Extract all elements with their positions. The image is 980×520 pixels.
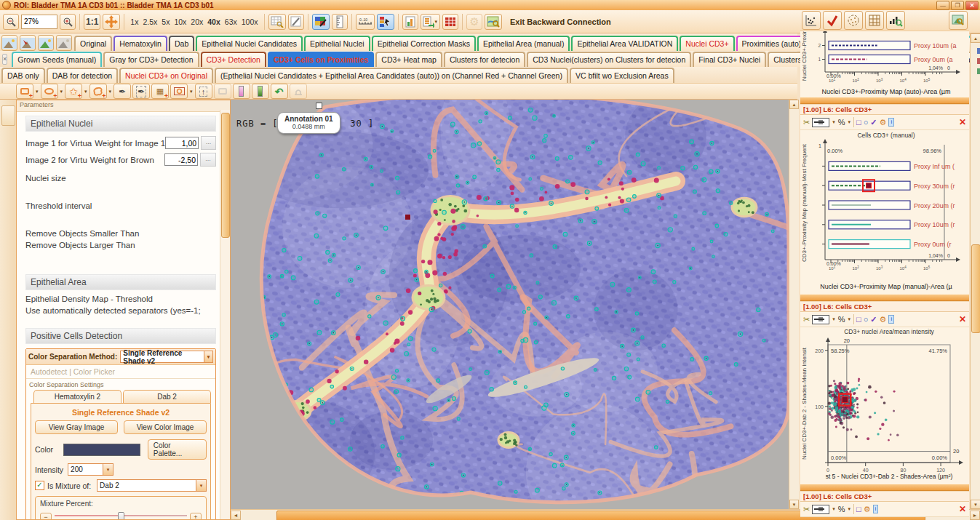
chevron-down-icon[interactable]: ▾ [848, 119, 851, 125]
info-icon[interactable]: i [873, 505, 879, 513]
grid-view-button[interactable] [865, 11, 884, 30]
image-viewer[interactable]: RGB = [ 118, 67, 30 ] Annotation 01 0.04… [231, 100, 789, 509]
magnification-100x[interactable]: 100x [239, 17, 260, 26]
tab-hematoxylin-2[interactable]: Hematoxylin 2 [33, 390, 121, 403]
parameters-scroll-thumb[interactable] [221, 113, 230, 238]
chevron-down-icon[interactable]: ▾ [84, 89, 87, 95]
grid-search-button[interactable] [268, 14, 286, 30]
proximity-manual-chart[interactable]: Cells CD3+ (manual)10.00%98.96%Proxy Inf… [800, 130, 968, 294]
dock-scroll-up-button[interactable]: ▲ [971, 33, 980, 43]
scalebar-button[interactable]: 0..10 [356, 14, 375, 30]
magnification-10x[interactable]: 10x [172, 17, 188, 26]
scroll-left-button[interactable]: ◄ [231, 511, 241, 520]
percent-select[interactable]: % [838, 316, 845, 324]
mixture-percent-slider[interactable] [55, 512, 187, 519]
tab-epithelial-correction-masks[interactable]: Epithelial Correction Masks [372, 36, 476, 51]
pen-icon[interactable]: ✒ [113, 84, 131, 99]
proximity-auto-chart[interactable]: 2Proxy 10um (a1Proxy 0um (a0.00%1,04%010… [800, 31, 968, 97]
statistics-search-button[interactable] [886, 11, 905, 30]
panel-header-cells-cd3-2[interactable]: [1.00] L6: Cells CD3+ [800, 301, 969, 312]
tab-epithelial-area-validation[interactable]: Epithelial Area VALIDATION [571, 36, 678, 51]
green-channel-icon[interactable] [252, 84, 269, 99]
grid-annotation-icon[interactable]: ▦+ [151, 84, 169, 99]
panel-splitter[interactable] [800, 294, 969, 301]
dock-vertical-scrollbar[interactable]: ▲ ▼ [970, 33, 980, 509]
scroll-down-button[interactable]: ▼ [789, 500, 799, 509]
tab-cd3-detection[interactable]: CD3+ Detection [201, 52, 266, 67]
scissors-icon[interactable]: ✂ [803, 505, 810, 513]
panel-splitter[interactable] [800, 97, 969, 104]
tab-hematoxylin[interactable]: Hematoxylin [113, 36, 167, 51]
more-button[interactable]: ... [201, 136, 216, 150]
tab-grown-seeds-manual[interactable]: Grown Seeds (manual) [12, 52, 102, 67]
tab-nuclei-cd3[interactable]: Nuclei CD3+ [680, 36, 734, 51]
map-export-button[interactable] [485, 14, 502, 30]
annotate-button[interactable] [288, 14, 304, 30]
chevron-down-icon[interactable]: ▾ [109, 89, 112, 95]
close-chart-button[interactable]: ✕ [959, 118, 966, 127]
undo-icon[interactable]: ↶ [271, 84, 288, 99]
zoom-level-input[interactable] [21, 15, 57, 29]
thumbnail-green-button[interactable] [38, 35, 54, 51]
scissors-icon[interactable]: ✂ [803, 316, 810, 324]
histogram-button[interactable] [402, 14, 418, 30]
viewer-vertical-scrollbar[interactable]: ▲ ▼ [789, 100, 799, 509]
restore-button[interactable]: ❐ [951, 1, 964, 10]
draw-star-icon[interactable]: ✩+ [65, 84, 82, 99]
tab-clusters-for-detecion[interactable]: Clusters for detecion [444, 52, 525, 67]
tab-epithelial-area-manual[interactable]: Epithelial Area (manual) [477, 36, 570, 51]
chevron-down-icon[interactable]: ▾ [832, 119, 835, 125]
pen-snap-icon[interactable]: ✒ [132, 84, 150, 99]
magnification-5x[interactable]: 5x [159, 17, 172, 26]
scissors-icon[interactable]: ✂ [803, 119, 810, 127]
exit-backward-connection-label[interactable]: Exit Backward Connection [510, 17, 611, 26]
scroll-up-button[interactable]: ▲ [789, 100, 799, 109]
draw-ellipse-icon[interactable]: + [41, 84, 58, 99]
boxplot-type-select[interactable] [812, 505, 829, 514]
zoom-out-button[interactable] [3, 14, 19, 30]
tab-cd3-cells-on-proximities[interactable]: CD3+ Cells on Proximities [268, 52, 374, 67]
tab-cd3-nuclei-clusters-on-clusters-for-detecion[interactable]: CD3 Nuclei(clusters) on Clusters for det… [527, 52, 691, 67]
mixture-of-select[interactable]: Dab 2 ▾ [97, 479, 207, 492]
weight-image1-input[interactable] [165, 137, 199, 149]
tab-epthelial-nuclei-candidates-epithelial-area-candidates-auto-on-channel-red-channel-green[interactable]: (Epthelial Nuclei Candidates + Epithelia… [215, 68, 568, 83]
snapshot-button[interactable] [949, 11, 968, 30]
tab-vc-bfilt-wo-exclusion-areas[interactable]: VC bfilt wo Exclusion Areas [570, 68, 674, 83]
chevron-down-icon[interactable]: ▾ [848, 316, 851, 322]
tab-dab-only[interactable]: DAB only [1, 68, 45, 83]
red-table-button[interactable] [442, 14, 458, 30]
quadrant-square-icon[interactable]: □ [856, 316, 861, 324]
autodetect-link[interactable]: Autodetect [31, 367, 67, 376]
panel-splitter[interactable] [800, 484, 969, 491]
magnification-20x[interactable]: 20x [188, 17, 205, 26]
zoom-1to1-button[interactable]: 1:1 [84, 14, 100, 30]
panel-header-cells-cd3-3[interactable]: [1.00] L6: Cells CD3+ [800, 491, 969, 502]
tab-epithelial-nuclei[interactable]: Epithelial Nuclei [304, 36, 370, 51]
export-dropdown-icon[interactable]: ▾ [435, 19, 438, 25]
thumbnail-marked-button[interactable] [20, 35, 36, 51]
view-color-image-button[interactable]: View Color Image [124, 420, 207, 434]
slider-thumb[interactable] [118, 512, 124, 519]
validate-chart-button[interactable] [823, 11, 842, 30]
color-palette-button[interactable]: Color Palette... [148, 439, 207, 460]
more-button[interactable]: ... [200, 153, 216, 167]
quadrant-circle-icon[interactable]: ○ [864, 316, 869, 324]
tab-dab[interactable]: Dab [169, 36, 194, 51]
tab-epithelial-nuclei-candidates[interactable]: Epithelial Nuclei Candidates [196, 36, 303, 51]
chevron-down-icon[interactable]: ▾ [190, 89, 193, 95]
magnification-40x[interactable]: 40x [205, 17, 223, 26]
tab-dab-for-detection[interactable]: DAB for detection [47, 68, 118, 83]
close-chart-button[interactable]: ✕ [959, 505, 966, 513]
is-mixture-checkbox[interactable]: ✓ [35, 481, 44, 490]
draw-freehand-icon[interactable]: + [89, 84, 107, 99]
boxplot-type-select[interactable] [812, 118, 829, 127]
dock-scroll-thumb[interactable] [971, 244, 980, 333]
pan-button[interactable] [103, 14, 120, 30]
tab-original[interactable]: Original [74, 36, 112, 51]
close-chart-button[interactable]: ✕ [959, 315, 966, 324]
draw-rectangle-icon[interactable]: + [16, 84, 33, 99]
gears-icon[interactable]: ⚙ [880, 316, 887, 324]
parameters-scrollbar[interactable] [220, 110, 230, 519]
tab-final-cd3-nuclei[interactable]: Final CD3+ Nuclei [693, 52, 766, 67]
color-grid-button[interactable] [312, 14, 330, 30]
